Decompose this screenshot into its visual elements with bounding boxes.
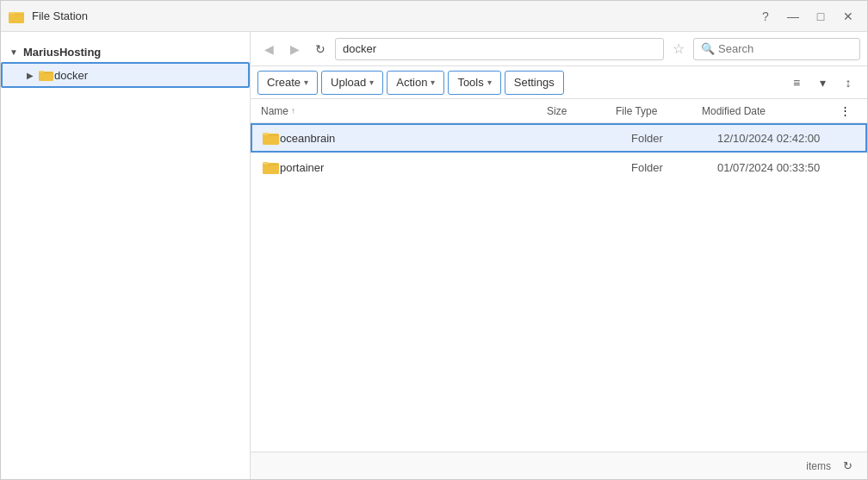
- column-size: Size: [547, 105, 616, 117]
- settings-button[interactable]: Settings: [505, 71, 564, 95]
- star-icon: ☆: [673, 41, 685, 57]
- view-options-icon: ▾: [820, 76, 826, 90]
- maximize-button[interactable]: □: [809, 6, 833, 27]
- sort-button[interactable]: ↕: [836, 71, 860, 95]
- create-dropdown-icon: ▾: [304, 78, 308, 87]
- tools-label: Tools: [457, 76, 483, 89]
- path-bar: docker: [335, 38, 664, 60]
- refresh-icon: ↻: [315, 42, 326, 56]
- svg-rect-7: [263, 162, 269, 165]
- minimize-icon: —: [787, 9, 799, 23]
- folder-icon: [263, 159, 280, 175]
- file-station-window: File Station ? — □ ✕ ▼ MariusHosting: [0, 0, 868, 480]
- favorite-button[interactable]: ☆: [667, 38, 690, 60]
- sort-icon: ↕: [846, 76, 852, 90]
- more-columns-icon: ⋮: [840, 104, 851, 117]
- action-label: Action: [396, 76, 427, 89]
- tools-button[interactable]: Tools ▾: [448, 71, 500, 95]
- settings-label: Settings: [514, 76, 555, 89]
- path-value: docker: [343, 42, 376, 55]
- file-list-area: Name ↑ Size File Type Modified Date ⋮: [251, 99, 867, 452]
- search-input[interactable]: [718, 42, 852, 55]
- sidebar-root-label: MariusHosting: [23, 46, 101, 59]
- folder-icon: [39, 68, 54, 82]
- sidebar-item-docker[interactable]: ▶ docker: [1, 62, 250, 88]
- forward-icon: ▶: [290, 42, 300, 56]
- file-row-oceanbrain[interactable]: oceanbrain Folder 12/10/2024 02:42:00: [251, 123, 867, 153]
- column-modified-date: Modified Date: [702, 105, 840, 117]
- chevron-right-icon: ▶: [27, 71, 34, 80]
- search-bar[interactable]: 🔍: [693, 38, 860, 60]
- file-list-header: Name ↑ Size File Type Modified Date ⋮: [251, 99, 867, 123]
- file-date-portainer: 01/07/2024 00:33:50: [717, 161, 855, 174]
- list-view-button[interactable]: ≡: [784, 71, 809, 95]
- upload-label: Upload: [331, 76, 366, 89]
- file-row-portainer[interactable]: portainer Folder 01/07/2024 00:33:50: [251, 153, 867, 182]
- refresh-status-icon: ↻: [843, 459, 852, 472]
- file-name-portainer: portainer: [280, 161, 562, 174]
- create-label: Create: [267, 76, 301, 89]
- folder-icon: [263, 130, 280, 146]
- close-button[interactable]: ✕: [836, 6, 860, 27]
- maximize-icon: □: [817, 9, 824, 23]
- nav-bar: ◀ ▶ ↻ docker ☆ 🔍: [251, 32, 867, 66]
- content-area: ◀ ▶ ↻ docker ☆ 🔍: [251, 32, 867, 479]
- sidebar: ▼ MariusHosting ▶ docker: [1, 32, 251, 479]
- column-name: Name ↑: [261, 105, 547, 117]
- window-title: File Station: [32, 9, 88, 22]
- file-name-oceanbrain: oceanbrain: [280, 132, 562, 145]
- back-button[interactable]: ◀: [257, 38, 280, 60]
- status-refresh-button[interactable]: ↻: [838, 457, 857, 476]
- title-bar-left: File Station: [8, 8, 88, 25]
- forward-button[interactable]: ▶: [283, 38, 306, 60]
- sidebar-root-mariushosting[interactable]: ▼ MariusHosting: [1, 42, 250, 62]
- refresh-nav-button[interactable]: ↻: [309, 38, 332, 60]
- status-bar: items ↻: [251, 452, 867, 479]
- action-button[interactable]: Action ▾: [387, 71, 444, 95]
- column-filetype: File Type: [616, 105, 702, 117]
- create-button[interactable]: Create ▾: [257, 71, 318, 95]
- list-view-icon: ≡: [793, 76, 800, 90]
- main-layout: ▼ MariusHosting ▶ docker ◀: [1, 32, 867, 479]
- svg-rect-1: [9, 12, 15, 15]
- name-sort-icon: ↑: [291, 106, 295, 115]
- file-type-portainer: Folder: [631, 161, 717, 174]
- sidebar-section: ▼ MariusHosting ▶ docker: [1, 39, 250, 91]
- back-icon: ◀: [264, 42, 274, 56]
- column-more: ⋮: [840, 104, 857, 117]
- view-options-button[interactable]: ▾: [810, 71, 834, 95]
- upload-dropdown-icon: ▾: [369, 78, 374, 87]
- items-count-label: items: [806, 460, 831, 472]
- title-bar-controls: ? — □ ✕: [753, 6, 860, 27]
- close-icon: ✕: [843, 9, 853, 23]
- sidebar-docker-label: docker: [54, 69, 88, 82]
- file-type-oceanbrain: Folder: [631, 132, 717, 145]
- toolbar-right: ≡ ▾ ↕: [784, 71, 860, 95]
- help-button[interactable]: ?: [753, 6, 778, 27]
- title-bar: File Station ? — □ ✕: [1, 1, 867, 32]
- toolbar: Create ▾ Upload ▾ Action ▾ Tools ▾ Setti…: [251, 66, 867, 99]
- file-date-oceanbrain: 12/10/2024 02:42:00: [717, 132, 855, 145]
- svg-rect-3: [39, 71, 44, 73]
- app-icon: [8, 8, 25, 25]
- minimize-button[interactable]: —: [781, 6, 805, 27]
- upload-button[interactable]: Upload ▾: [321, 71, 383, 95]
- tools-dropdown-icon: ▾: [487, 78, 492, 87]
- search-icon: 🔍: [701, 42, 715, 55]
- svg-rect-5: [263, 133, 269, 135]
- chevron-down-icon: ▼: [8, 47, 20, 59]
- action-dropdown-icon: ▾: [431, 78, 435, 87]
